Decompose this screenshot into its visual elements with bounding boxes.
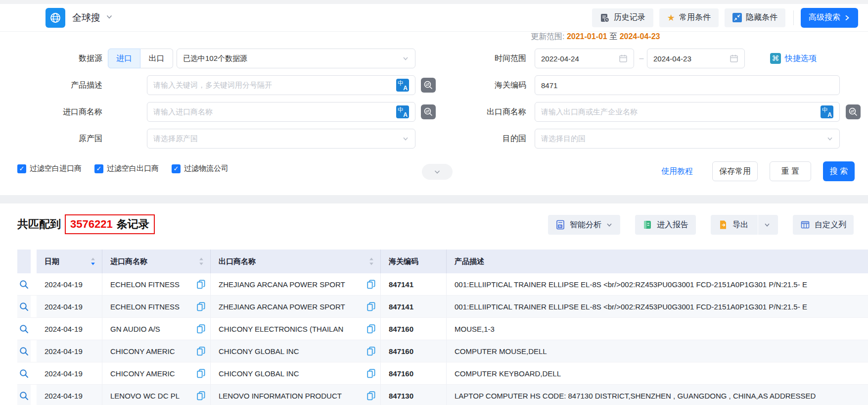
copy-icon[interactable] xyxy=(197,391,205,401)
columns-icon xyxy=(800,220,810,230)
reset-button[interactable]: 重 置 xyxy=(770,161,811,181)
chevron-down-icon[interactable] xyxy=(764,221,771,228)
cell-date: 2024-04-19 xyxy=(37,318,102,340)
copy-icon[interactable] xyxy=(367,369,375,378)
result-count-number: 3576221 xyxy=(70,218,113,231)
dest-country-select[interactable]: 请选择目的国 xyxy=(535,129,840,149)
enter-report-label: 进入报告 xyxy=(657,220,688,230)
filter-logistics-checkbox[interactable]: ✓ 过滤物流公司 xyxy=(172,164,228,173)
export-button[interactable]: 导出 xyxy=(711,215,778,235)
row-detail-search-icon[interactable] xyxy=(19,347,29,356)
header-exporter[interactable]: 出口商名称 xyxy=(211,250,381,273)
dest-country-placeholder: 请选择目的国 xyxy=(541,134,586,144)
importer-input[interactable]: 请输入进口商名称 中 A xyxy=(147,102,415,122)
quick-options-button[interactable]: ⌘ 快捷选项 xyxy=(770,49,817,68)
copy-icon[interactable] xyxy=(367,302,375,311)
filter-label: 过滤空白进口商 xyxy=(30,164,82,173)
top-strip xyxy=(0,0,868,4)
table-row[interactable]: 2024-04-19 ECHELON FITNESS ZHEJIANG ARCA… xyxy=(17,273,868,296)
sort-icon-date[interactable] xyxy=(91,257,95,266)
filter-blank-exporter-checkbox[interactable]: ✓ 过滤空白出口商 xyxy=(94,164,159,173)
table-row[interactable]: 2024-04-19 CHICONY AMERIC CHICONY GLOBAL… xyxy=(17,340,868,362)
report-icon xyxy=(642,220,652,230)
results-toolbar: BI 智能分析 进入报告 导出 自定义列 xyxy=(548,215,854,235)
hs-code-input[interactable]: 8471 xyxy=(535,75,840,95)
copy-icon[interactable] xyxy=(197,280,205,289)
product-desc-input[interactable]: 请输入关键词，多关键词用分号隔开 中 A xyxy=(147,75,415,95)
translate-icon[interactable]: 中 A xyxy=(396,105,409,118)
copy-icon[interactable] xyxy=(367,391,375,401)
product-desc-placeholder: 请输入关键词，多关键词用分号隔开 xyxy=(153,81,272,90)
copy-icon[interactable] xyxy=(197,324,205,334)
divider xyxy=(793,10,794,25)
tutorial-link[interactable]: 使用教程 xyxy=(661,161,693,181)
data-source-select[interactable]: 已选中102个数据源 xyxy=(177,49,415,68)
exporter-label: 出口商名称 xyxy=(445,102,526,122)
import-tab[interactable]: 进口 xyxy=(108,49,140,68)
origin-country-select[interactable]: 请选择原产国 xyxy=(147,129,415,149)
favorites-button[interactable]: ★ 常用条件 xyxy=(659,8,719,27)
date-start-value: 2022-04-24 xyxy=(541,54,579,63)
cell-exporter: CHICONY ELECTRONICS (THAILAN xyxy=(211,318,381,340)
header-date[interactable]: 日期 xyxy=(37,250,102,273)
row-detail-search-icon[interactable] xyxy=(19,369,29,378)
history-button[interactable]: 历史记录 xyxy=(592,8,653,27)
search-exclude-icon[interactable] xyxy=(421,78,436,93)
chevron-down-icon xyxy=(433,168,441,176)
cell-description: 001:ELLIIPTICAL TRAINER ELLIPSE EL-8S <b… xyxy=(447,273,868,295)
translate-icon[interactable]: 中 A xyxy=(396,79,409,92)
date-end-input[interactable]: 2024-04-23 xyxy=(647,49,745,68)
expand-conditions-button[interactable] xyxy=(422,164,453,180)
row-detail-search-icon[interactable] xyxy=(19,302,29,311)
cell-exporter: LENOVO INFORMATION PRODUCT xyxy=(211,385,381,405)
hide-conditions-button[interactable]: 隐藏条件 xyxy=(725,8,785,27)
copy-icon[interactable] xyxy=(197,302,205,311)
sort-icon[interactable] xyxy=(199,257,204,266)
date-separator: – xyxy=(637,49,646,68)
chevron-down-icon[interactable] xyxy=(105,13,113,23)
chevron-right-icon xyxy=(844,14,850,21)
table-row[interactable]: 2024-04-19 CHICONY AMERIC CHICONY GLOBAL… xyxy=(17,362,868,385)
table-row[interactable]: 2024-04-19 LENOVO WC DC PL LENOVO INFORM… xyxy=(17,385,868,405)
result-count-highlight-box: 3576221 条记录 xyxy=(65,214,155,234)
save-common-button[interactable]: 保存常用 xyxy=(712,161,758,181)
row-detail-search-icon[interactable] xyxy=(19,324,29,334)
smart-analysis-button[interactable]: BI 智能分析 xyxy=(548,215,620,235)
checkbox-checked-icon: ✓ xyxy=(172,164,181,173)
chevron-down-icon xyxy=(826,135,833,142)
copy-icon[interactable] xyxy=(197,369,205,378)
cell-description: LAPTOP COMPUTER HS CODE: 847130 DISTRICT… xyxy=(447,385,868,405)
copy-icon[interactable] xyxy=(367,324,375,334)
importer-label: 进口商名称 xyxy=(0,102,102,122)
update-range-start: 2021-01-01 xyxy=(567,32,607,41)
custom-columns-button[interactable]: 自定义列 xyxy=(793,215,854,235)
header-hs-code[interactable]: 海关编码 xyxy=(381,250,447,273)
advanced-search-button[interactable]: 高级搜索 xyxy=(801,8,858,28)
exporter-input[interactable]: 请输入出口商或生产企业名称 中 A xyxy=(535,102,840,122)
row-detail-search-icon[interactable] xyxy=(19,391,29,401)
filter-blank-importer-checkbox[interactable]: ✓ 过滤空白进口商 xyxy=(17,164,82,173)
row-detail-search-icon[interactable] xyxy=(19,280,29,289)
search-exclude-icon[interactable] xyxy=(421,104,436,119)
section-divider xyxy=(0,195,868,203)
copy-icon[interactable] xyxy=(367,347,375,356)
export-tab[interactable]: 出口 xyxy=(140,49,173,68)
hide-conditions-label: 隐藏条件 xyxy=(746,12,777,23)
search-button[interactable]: 搜 索 xyxy=(823,161,855,181)
translate-icon[interactable]: 中 A xyxy=(821,105,833,118)
update-range-end: 2024-04-23 xyxy=(620,32,660,41)
table-row[interactable]: 2024-04-19 GN AUDIO A/S CHICONY ELECTRON… xyxy=(17,318,868,340)
search-exclude-icon[interactable] xyxy=(846,104,861,119)
copy-icon[interactable] xyxy=(197,347,205,356)
date-start-input[interactable]: 2022-04-24 xyxy=(535,49,634,68)
origin-country-label: 原产国 xyxy=(0,129,102,149)
table-row[interactable]: 2024-04-19 ECHELON FITNESS ZHEJIANG ARCA… xyxy=(17,296,868,318)
data-source-label: 数据源 xyxy=(0,49,102,68)
copy-icon[interactable] xyxy=(367,280,375,289)
enter-report-button[interactable]: 进入报告 xyxy=(635,215,696,235)
command-icon: ⌘ xyxy=(770,53,781,64)
sort-icon[interactable] xyxy=(369,257,374,266)
cell-importer: GN AUDIO A/S xyxy=(102,318,211,340)
header-importer[interactable]: 进口商名称 xyxy=(102,250,211,273)
header-description[interactable]: 产品描述 xyxy=(447,250,868,273)
